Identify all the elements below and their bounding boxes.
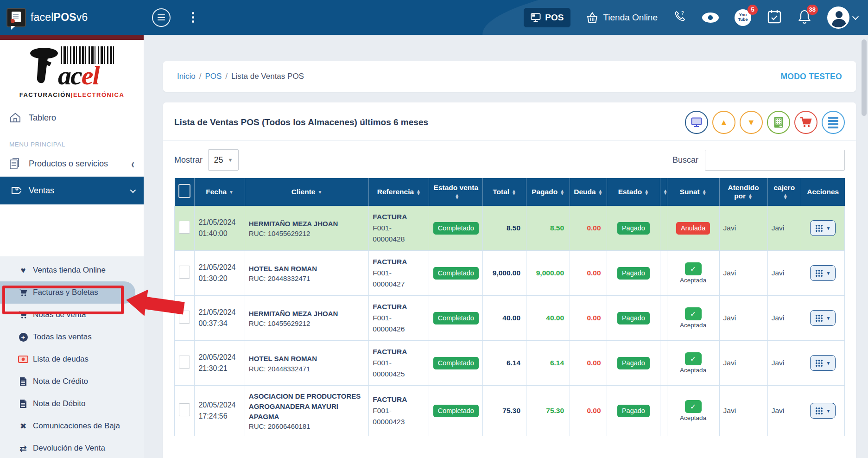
app-brand[interactable]: facelPOSv6 (0, 8, 144, 27)
pos-screen-button[interactable] (685, 111, 708, 134)
eye-icon[interactable] (702, 13, 719, 23)
column-header-atendido-por[interactable]: Atendido por▲▼ (719, 178, 767, 206)
sidebar-item-tablero[interactable]: Tablero (0, 107, 144, 129)
cell-estado: Pagado (607, 251, 660, 296)
menu-toggle-icon[interactable] (152, 8, 171, 27)
breadcrumb: Inicio/ POS/ Lista de Ventas POS (177, 72, 304, 81)
table-row: 20/05/202417:24:56 ASOCIACION DE PRODUCT… (175, 386, 845, 436)
estado-venta-badge: Completado (433, 222, 479, 235)
column-header-cliente[interactable]: Cliente▼ (245, 178, 369, 206)
cell-referencia: FACTURAF001-00000428 (369, 206, 429, 251)
cell-estado-venta: Completado (429, 206, 483, 251)
sales-table: Fecha▼ Cliente▼ Referencia▲▼ Estado vent… (174, 178, 845, 436)
cart-button[interactable] (794, 111, 817, 134)
cell-pagado: 6.14 (526, 341, 570, 386)
list-view-button[interactable] (822, 111, 845, 134)
column-header-total[interactable]: Total▲▼ (483, 178, 526, 206)
cell-deuda: 0.00 (570, 296, 607, 341)
cell-estado: Pagado (607, 206, 660, 251)
column-header-referencia[interactable]: Referencia▲▼ (369, 178, 429, 206)
column-header-extra[interactable]: ▲▼ (660, 178, 667, 206)
cell-sunat: Anulada ✓Anulada (667, 206, 719, 251)
breadcrumb-current: Lista de Ventas POS (231, 72, 304, 81)
cell-fecha: 21/05/202401:30:20 (195, 251, 245, 296)
sidebar-item-productos[interactable]: Productos o servicios ‹ (0, 153, 144, 175)
sidebar-item-notas-de-venta[interactable]: Notas de venta (0, 304, 144, 326)
main-content: Inicio/ POS/ Lista de Ventas POS MODO TE… (144, 35, 868, 458)
sidebar-item-facturas-y-boletas[interactable]: Facturas y Boletas (0, 281, 135, 304)
page-scrollbar[interactable] (862, 39, 867, 116)
cell-total: 40.00 (483, 296, 526, 341)
breadcrumb-inicio[interactable]: Inicio (177, 72, 196, 81)
row-actions-button[interactable]: ▼ (810, 355, 836, 371)
row-checkbox[interactable] (179, 266, 190, 279)
notifications-badge: 38 (807, 5, 818, 15)
cell-fecha: 21/05/202401:40:00 (195, 206, 245, 251)
sidebar-item-lista-de-deudas[interactable]: Lista de deudas (0, 348, 144, 370)
cell-sunat: Aceptada ✓Aceptada (667, 386, 719, 436)
search-input[interactable] (705, 150, 845, 171)
row-actions-button[interactable]: ▼ (810, 310, 836, 326)
cell-estado: Pagado (607, 341, 660, 386)
sidebar-item-label: Todas las ventas (33, 332, 92, 342)
column-header-fecha[interactable]: Fecha▼ (195, 178, 245, 206)
sidebar-item-ventas[interactable]: Ventas (0, 177, 144, 204)
youtube-badge: 5 (748, 5, 758, 15)
cell-cajero: Javi (767, 386, 801, 436)
estado-venta-badge: Completado (433, 267, 479, 280)
column-header-acciones: Acciones (801, 178, 844, 206)
sidebar-item-devolucion-de-venta[interactable]: ⇄Devolución de Venta (0, 437, 144, 458)
caret-down-button[interactable]: ▼ (740, 111, 763, 134)
sunat-aceptada: ✓Aceptada (671, 307, 716, 329)
sidebar-item-ventas-tienda-online[interactable]: ♥Ventas tienda Online (0, 259, 144, 281)
file-icon (18, 399, 29, 408)
calculator-button[interactable] (767, 111, 790, 134)
calendar-icon[interactable] (767, 9, 782, 26)
row-checkbox[interactable] (179, 221, 190, 234)
modo-testeo-label: MODO TESTEO (780, 72, 842, 82)
caret-down-icon: ▼ (826, 316, 831, 321)
row-checkbox[interactable] (179, 403, 190, 416)
column-header-pagado[interactable]: Pagado▲▼ (526, 178, 570, 206)
column-header-deuda[interactable]: Deuda▲▼ (570, 178, 607, 206)
breadcrumb-pos[interactable]: POS (205, 72, 222, 81)
sidebar-item-comunicaciones-de-baja[interactable]: ✖Comunicaciones de Baja (0, 415, 144, 437)
pos-button[interactable]: POS (524, 8, 570, 27)
column-header-estado[interactable]: Estado▲▼ (607, 178, 660, 206)
row-checkbox[interactable] (179, 311, 190, 324)
notifications-bell-icon[interactable]: 38 (798, 9, 811, 26)
cell-extra (660, 206, 667, 251)
column-header-cajero[interactable]: cajero▲▼ (767, 178, 801, 206)
cell-deuda: 0.00 (570, 386, 607, 436)
monitor-icon (531, 13, 541, 22)
support-phone-icon[interactable]: ? (673, 10, 686, 25)
cell-estado-venta: Completado (429, 386, 483, 436)
home-icon (9, 112, 21, 123)
user-menu[interactable] (827, 6, 858, 29)
grid-dots-icon (815, 314, 823, 322)
cell-atendido-por: Javi (719, 206, 767, 251)
select-all-checkbox[interactable] (178, 184, 190, 198)
more-options-icon[interactable] (190, 10, 196, 25)
cell-estado: Pagado (607, 386, 660, 436)
row-checkbox[interactable] (179, 356, 190, 369)
page-size-select[interactable]: 25▼ (208, 149, 239, 171)
sidebar-item-nota-de-credito[interactable]: Nota de Crédito (0, 370, 144, 393)
youtube-icon[interactable]: YouTube 5 (735, 9, 751, 26)
chevron-collapsed-icon: ‹ (131, 156, 134, 171)
row-actions-button[interactable]: ▼ (810, 403, 836, 419)
tienda-online-link[interactable]: Tienda Online (586, 12, 658, 23)
caret-up-button[interactable]: ▲ (712, 111, 735, 134)
chevron-expanded-icon (130, 187, 136, 193)
table-row: 21/05/202401:40:00 HERMITAÑO MEZA JHOANR… (175, 206, 845, 251)
cell-total: 9,000.00 (483, 251, 526, 296)
column-header-sunat[interactable]: Sunat▲▼ (667, 178, 719, 206)
column-header-estado-venta[interactable]: Estado venta▲▼ (429, 178, 483, 206)
sidebar-item-todas-las-ventas[interactable]: +Todas las ventas (0, 326, 144, 348)
cell-pagado: 40.00 (526, 296, 570, 341)
row-actions-button[interactable]: ▼ (810, 265, 836, 281)
row-actions-button[interactable]: ▼ (810, 220, 836, 236)
sidebar-item-nota-de-debito[interactable]: Nota de Débito (0, 393, 144, 415)
column-header-select[interactable] (175, 178, 195, 206)
table-row: 20/05/202421:30:21 HOTEL SAN ROMANRUC: 2… (175, 341, 845, 386)
